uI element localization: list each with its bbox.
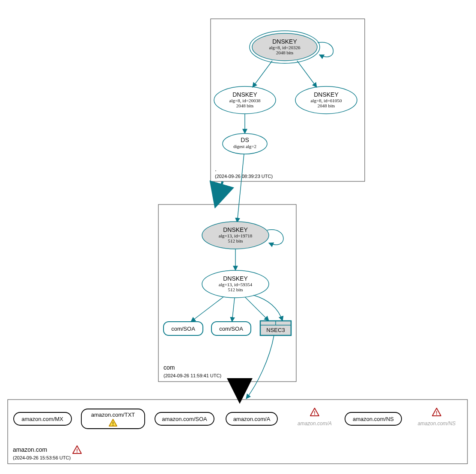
svg-text:!: ! — [436, 410, 437, 416]
svg-text:DNSKEY: DNSKEY — [272, 38, 297, 45]
amazon-ns[interactable]: amazon.com/NS — [345, 412, 402, 425]
zone-root-title: . — [215, 166, 217, 172]
com-dnskey-sep[interactable]: DNSKEY alg=13, id=19718 512 bits — [202, 222, 269, 249]
edge-rootsep-a — [253, 61, 272, 87]
edge-ds-comkey — [237, 154, 244, 222]
svg-text:2048 bits: 2048 bits — [236, 103, 254, 108]
edge-rootsep-b — [297, 61, 317, 87]
svg-text:alg=8, id=20038: alg=8, id=20038 — [229, 98, 261, 103]
svg-text:alg=13, id=59354: alg=13, id=59354 — [219, 282, 253, 287]
com-dnskey-a[interactable]: DNSKEY alg=13, id=59354 512 bits — [202, 270, 269, 298]
svg-text:com/SOA: com/SOA — [171, 326, 195, 332]
zone-amazon-error-icon: ! — [73, 446, 81, 454]
svg-text:!: ! — [112, 421, 114, 427]
svg-text:amazon.com/A: amazon.com/A — [233, 416, 271, 422]
edge-comzsk-nsec3a — [245, 297, 269, 321]
svg-text:amazon.com/MX: amazon.com/MX — [21, 416, 63, 422]
amazon-a[interactable]: amazon.com/A — [226, 412, 277, 425]
amazon-soa[interactable]: amazon.com/SOA — [155, 412, 214, 425]
com-soa-1[interactable]: com/SOA — [164, 322, 203, 335]
svg-text:amazon.com/SOA: amazon.com/SOA — [162, 416, 207, 422]
svg-text:DNSKEY: DNSKEY — [223, 226, 248, 233]
svg-text:alg=13, id=19718: alg=13, id=19718 — [219, 233, 253, 238]
com-nsec3[interactable]: NSEC3 — [260, 321, 291, 335]
svg-text:alg=8, id=20326: alg=8, id=20326 — [269, 45, 300, 50]
svg-text:DNSKEY: DNSKEY — [314, 91, 339, 98]
com-soa-2[interactable]: com/SOA — [211, 322, 251, 335]
edge-comzsk-nsec3b — [253, 295, 283, 321]
svg-text:digest alg=2: digest alg=2 — [233, 144, 256, 149]
zone-root-timestamp: (2024-09-26 08:39:23 UTC) — [215, 174, 273, 179]
zone-com-timestamp: (2024-09-26 11:59:41 UTC) — [164, 373, 221, 378]
amazon-a-insecure[interactable]: ! amazon.com/A — [298, 408, 332, 427]
svg-text:alg=8, id=61050: alg=8, id=61050 — [311, 98, 342, 103]
svg-text:amazon.com/TXT: amazon.com/TXT — [91, 412, 135, 418]
zone-amazon-timestamp: (2024-09-26 15:53:56 UTC) — [13, 455, 71, 460]
svg-text:!: ! — [314, 410, 315, 416]
svg-text:amazon.com/NS: amazon.com/NS — [353, 416, 394, 422]
amazon-ns-insecure[interactable]: ! amazon.com/NS — [418, 408, 456, 427]
amazon-txt[interactable]: amazon.com/TXT ! — [81, 409, 145, 429]
dnssec-graph: . (2024-09-26 08:39:23 UTC) DNSKEY alg=8… — [0, 0, 476, 474]
svg-text:DNSKEY: DNSKEY — [232, 91, 257, 98]
zone-amazon-box — [8, 400, 467, 464]
svg-text:NSEC3: NSEC3 — [266, 327, 285, 333]
root-dnskey-sep[interactable]: DNSKEY alg=8, id=20326 2048 bits — [250, 31, 320, 63]
edge-comzsk-soa2 — [232, 298, 235, 322]
svg-text:512 bits: 512 bits — [228, 238, 243, 243]
svg-text:amazon.com/A: amazon.com/A — [298, 421, 332, 427]
root-sep-selfloop — [318, 42, 333, 57]
amazon-mx[interactable]: amazon.com/MX — [14, 412, 71, 425]
root-dnskey-a[interactable]: DNSKEY alg=8, id=20038 2048 bits — [214, 86, 276, 114]
error-icon: ! — [310, 408, 319, 416]
root-dnskey-b[interactable]: DNSKEY alg=8, id=61050 2048 bits — [295, 86, 357, 114]
svg-text:amazon.com/NS: amazon.com/NS — [418, 421, 456, 427]
svg-text:DNSKEY: DNSKEY — [223, 275, 248, 282]
svg-text:512 bits: 512 bits — [228, 287, 243, 292]
com-sep-selfloop — [267, 230, 283, 245]
edge-nsec3-amazon — [246, 335, 274, 399]
svg-text:!: ! — [76, 448, 78, 454]
edge-root-com-deleg — [216, 181, 223, 204]
root-ds[interactable]: DS digest alg=2 — [223, 133, 267, 154]
edge-comzsk-soa1 — [191, 297, 223, 322]
svg-text:DS: DS — [241, 136, 249, 143]
zone-amazon-title: amazon.com — [13, 446, 47, 453]
svg-text:2048 bits: 2048 bits — [318, 103, 335, 108]
svg-text:com/SOA: com/SOA — [219, 326, 243, 332]
svg-text:2048 bits: 2048 bits — [276, 50, 294, 55]
zone-com-title: com — [164, 364, 175, 371]
error-icon: ! — [432, 408, 441, 416]
